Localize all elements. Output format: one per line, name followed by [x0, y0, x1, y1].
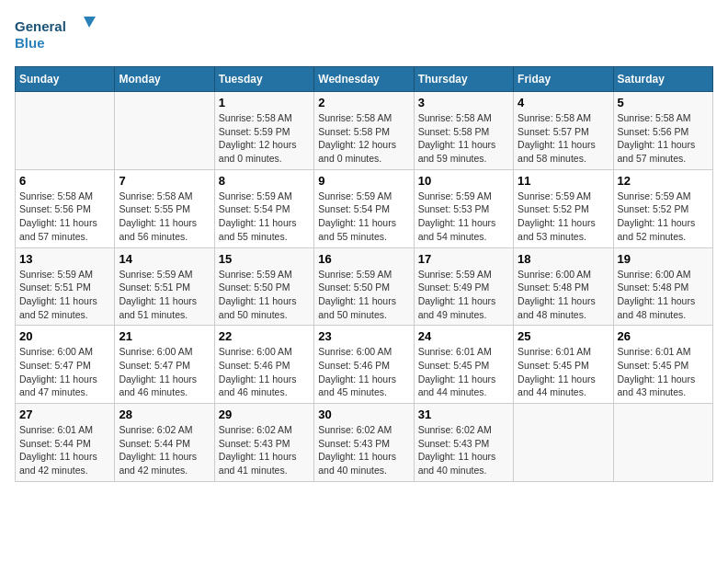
day-number: 8: [219, 174, 310, 188]
calendar-cell: 7Sunrise: 5:58 AM Sunset: 5:55 PM Daylig…: [115, 169, 214, 247]
day-number: 18: [518, 252, 609, 266]
calendar-cell: 29Sunrise: 6:02 AM Sunset: 5:43 PM Dayli…: [214, 404, 313, 482]
calendar-cell: 9Sunrise: 5:59 AM Sunset: 5:54 PM Daylig…: [314, 169, 414, 247]
day-header-friday: Friday: [514, 67, 613, 92]
day-info: Sunrise: 6:00 AM Sunset: 5:48 PM Dayligh…: [518, 268, 609, 322]
calendar-cell: 30Sunrise: 6:02 AM Sunset: 5:43 PM Dayli…: [314, 404, 414, 482]
calendar-cell: 5Sunrise: 5:58 AM Sunset: 5:56 PM Daylig…: [613, 92, 712, 170]
calendar-cell: 27Sunrise: 6:01 AM Sunset: 5:44 PM Dayli…: [16, 404, 115, 482]
day-number: 28: [119, 408, 210, 421]
day-info: Sunrise: 6:00 AM Sunset: 5:46 PM Dayligh…: [219, 345, 310, 399]
day-info: Sunrise: 6:01 AM Sunset: 5:45 PM Dayligh…: [518, 345, 609, 399]
day-info: Sunrise: 6:00 AM Sunset: 5:46 PM Dayligh…: [318, 345, 409, 399]
calendar-week-2: 6Sunrise: 5:58 AM Sunset: 5:56 PM Daylig…: [16, 169, 713, 247]
day-info: Sunrise: 6:00 AM Sunset: 5:47 PM Dayligh…: [119, 345, 210, 399]
day-info: Sunrise: 6:02 AM Sunset: 5:43 PM Dayligh…: [418, 423, 509, 477]
day-info: Sunrise: 5:58 AM Sunset: 5:55 PM Dayligh…: [119, 190, 210, 244]
day-number: 21: [119, 329, 210, 343]
day-info: Sunrise: 5:59 AM Sunset: 5:53 PM Dayligh…: [418, 190, 509, 244]
day-number: 17: [418, 252, 509, 266]
day-number: 6: [19, 174, 110, 188]
day-info: Sunrise: 5:59 AM Sunset: 5:52 PM Dayligh…: [618, 190, 709, 244]
calendar-week-4: 20Sunrise: 6:00 AM Sunset: 5:47 PM Dayli…: [16, 326, 713, 404]
calendar-cell: 8Sunrise: 5:59 AM Sunset: 5:54 PM Daylig…: [214, 169, 313, 247]
day-info: Sunrise: 5:58 AM Sunset: 5:58 PM Dayligh…: [318, 111, 409, 166]
day-number: 12: [618, 174, 709, 188]
calendar-cell: 31Sunrise: 6:02 AM Sunset: 5:43 PM Dayli…: [414, 404, 513, 482]
day-header-tuesday: Tuesday: [214, 67, 313, 92]
day-info: Sunrise: 6:02 AM Sunset: 5:43 PM Dayligh…: [219, 423, 310, 477]
calendar-cell: 4Sunrise: 5:58 AM Sunset: 5:57 PM Daylig…: [514, 92, 613, 170]
day-number: 14: [119, 252, 210, 266]
day-number: 27: [19, 408, 110, 421]
calendar-cell: 11Sunrise: 5:59 AM Sunset: 5:52 PM Dayli…: [514, 169, 613, 247]
day-info: Sunrise: 5:58 AM Sunset: 5:56 PM Dayligh…: [19, 190, 110, 244]
calendar-cell: 19Sunrise: 6:00 AM Sunset: 5:48 PM Dayli…: [613, 247, 712, 326]
calendar-cell: 3Sunrise: 5:58 AM Sunset: 5:58 PM Daylig…: [414, 92, 513, 170]
calendar-week-1: 1Sunrise: 5:58 AM Sunset: 5:59 PM Daylig…: [16, 92, 713, 170]
day-header-monday: Monday: [115, 67, 214, 92]
day-number: 24: [418, 329, 509, 343]
day-number: 15: [219, 252, 310, 266]
day-header-wednesday: Wednesday: [314, 67, 414, 92]
svg-marker-1: [84, 17, 96, 28]
day-info: Sunrise: 5:59 AM Sunset: 5:54 PM Dayligh…: [318, 190, 409, 244]
calendar-cell: 6Sunrise: 5:58 AM Sunset: 5:56 PM Daylig…: [16, 169, 115, 247]
calendar-cell: 1Sunrise: 5:58 AM Sunset: 5:59 PM Daylig…: [214, 92, 313, 170]
day-info: Sunrise: 6:01 AM Sunset: 5:44 PM Dayligh…: [19, 423, 110, 477]
day-header-saturday: Saturday: [613, 67, 712, 92]
day-number: 7: [119, 174, 210, 188]
calendar-cell: 22Sunrise: 6:00 AM Sunset: 5:46 PM Dayli…: [214, 326, 313, 404]
day-info: Sunrise: 5:59 AM Sunset: 5:51 PM Dayligh…: [19, 268, 110, 322]
calendar-cell: 24Sunrise: 6:01 AM Sunset: 5:45 PM Dayli…: [414, 326, 513, 404]
day-number: 4: [518, 96, 609, 109]
logo: General Blue: [15, 15, 97, 55]
calendar-cell: 20Sunrise: 6:00 AM Sunset: 5:47 PM Dayli…: [16, 326, 115, 404]
day-info: Sunrise: 5:59 AM Sunset: 5:54 PM Dayligh…: [219, 190, 310, 244]
day-info: Sunrise: 5:59 AM Sunset: 5:49 PM Dayligh…: [418, 268, 509, 322]
calendar-cell: 28Sunrise: 6:02 AM Sunset: 5:44 PM Dayli…: [115, 404, 214, 482]
calendar-body: 1Sunrise: 5:58 AM Sunset: 5:59 PM Daylig…: [16, 92, 713, 482]
day-info: Sunrise: 5:58 AM Sunset: 5:58 PM Dayligh…: [418, 111, 509, 166]
calendar-cell: 18Sunrise: 6:00 AM Sunset: 5:48 PM Dayli…: [514, 247, 613, 326]
logo-svg: General Blue: [15, 15, 97, 55]
calendar-cell: 23Sunrise: 6:00 AM Sunset: 5:46 PM Dayli…: [314, 326, 414, 404]
day-info: Sunrise: 5:59 AM Sunset: 5:51 PM Dayligh…: [119, 268, 210, 322]
calendar-cell: [115, 92, 214, 170]
calendar-cell: 2Sunrise: 5:58 AM Sunset: 5:58 PM Daylig…: [314, 92, 414, 170]
calendar-cell: 13Sunrise: 5:59 AM Sunset: 5:51 PM Dayli…: [16, 247, 115, 326]
calendar-cell: 10Sunrise: 5:59 AM Sunset: 5:53 PM Dayli…: [414, 169, 513, 247]
day-number: 19: [618, 252, 709, 266]
calendar-cell: 25Sunrise: 6:01 AM Sunset: 5:45 PM Dayli…: [514, 326, 613, 404]
day-info: Sunrise: 5:58 AM Sunset: 5:57 PM Dayligh…: [518, 111, 609, 166]
day-number: 3: [418, 96, 509, 109]
day-number: 29: [219, 408, 310, 421]
day-info: Sunrise: 6:00 AM Sunset: 5:47 PM Dayligh…: [19, 345, 110, 399]
calendar-cell: 15Sunrise: 5:59 AM Sunset: 5:50 PM Dayli…: [214, 247, 313, 326]
day-info: Sunrise: 6:02 AM Sunset: 5:44 PM Dayligh…: [119, 423, 210, 477]
calendar-cell: [16, 92, 115, 170]
day-number: 1: [219, 96, 310, 109]
calendar-cell: 17Sunrise: 5:59 AM Sunset: 5:49 PM Dayli…: [414, 247, 513, 326]
day-header-sunday: Sunday: [16, 67, 115, 92]
calendar-table: SundayMondayTuesdayWednesdayThursdayFrid…: [15, 66, 713, 482]
day-number: 22: [219, 329, 310, 343]
day-number: 23: [318, 329, 409, 343]
svg-text:Blue: Blue: [15, 35, 45, 51]
day-info: Sunrise: 5:58 AM Sunset: 5:59 PM Dayligh…: [219, 111, 310, 166]
day-number: 16: [318, 252, 409, 266]
svg-text:General: General: [15, 18, 66, 34]
day-info: Sunrise: 5:59 AM Sunset: 5:50 PM Dayligh…: [219, 268, 310, 322]
calendar-week-5: 27Sunrise: 6:01 AM Sunset: 5:44 PM Dayli…: [16, 404, 713, 482]
day-info: Sunrise: 6:01 AM Sunset: 5:45 PM Dayligh…: [418, 345, 509, 399]
calendar-cell: 21Sunrise: 6:00 AM Sunset: 5:47 PM Dayli…: [115, 326, 214, 404]
day-info: Sunrise: 6:00 AM Sunset: 5:48 PM Dayligh…: [618, 268, 709, 322]
day-info: Sunrise: 5:59 AM Sunset: 5:52 PM Dayligh…: [518, 190, 609, 244]
calendar-cell: [613, 404, 712, 482]
day-number: 20: [19, 329, 110, 343]
calendar-header-row: SundayMondayTuesdayWednesdayThursdayFrid…: [16, 67, 713, 92]
day-header-thursday: Thursday: [414, 67, 513, 92]
calendar-week-3: 13Sunrise: 5:59 AM Sunset: 5:51 PM Dayli…: [16, 247, 713, 326]
calendar-cell: 26Sunrise: 6:01 AM Sunset: 5:45 PM Dayli…: [613, 326, 712, 404]
day-info: Sunrise: 6:01 AM Sunset: 5:45 PM Dayligh…: [618, 345, 709, 399]
